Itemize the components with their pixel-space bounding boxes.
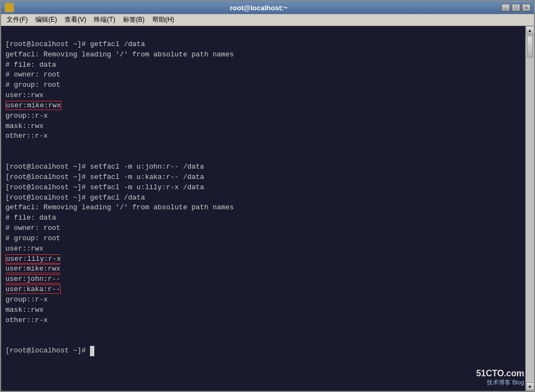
terminal-area: [root@localhost ~]# getfacl /data getfac… (1, 26, 534, 391)
line-21: user::rwx (5, 245, 43, 253)
titlebar: root@localhost:~ _ □ ✕ (1, 1, 534, 14)
scroll-thumb[interactable] (527, 36, 533, 57)
menu-tabs[interactable]: 标签(B) (120, 14, 148, 25)
line-11 (5, 142, 10, 150)
line-19: # owner: root (5, 224, 60, 232)
line-3: # file: data (5, 61, 56, 69)
line-28-prompt: [root@localhost ~]# (5, 346, 94, 355)
titlebar-buttons: _ □ ✕ (501, 4, 531, 11)
line-2: getfacl: Removing leading '/' from absol… (5, 50, 234, 59)
menu-terminal[interactable]: 终端(T) (91, 14, 118, 25)
line-18: # file: data (5, 214, 56, 222)
scroll-up-button[interactable]: ▲ (526, 26, 534, 35)
line-6: user::rwx (5, 91, 43, 99)
cursor (90, 346, 94, 356)
line-26 (5, 326, 10, 334)
line-17: getfacl: Removing leading '/' from absol… (5, 203, 234, 211)
line-24: mask::rwx (5, 306, 43, 314)
highlight-block-1: user:mike:rwx (5, 101, 61, 110)
menu-file[interactable]: 文件(F) (3, 14, 31, 25)
line-20: # group: root (5, 234, 60, 242)
line-9: mask::rwx (5, 122, 43, 130)
menu-view[interactable]: 查看(V) (61, 14, 89, 25)
line-22-highlight: user:lily:r-x user:mike:rwx user:john:r-… (5, 254, 61, 294)
line-25: other::r-x (5, 316, 48, 324)
maximize-button[interactable]: □ (512, 4, 520, 11)
line-14: [root@localhost ~]# setfacl -m u:kaka:r-… (5, 173, 204, 181)
scroll-track[interactable] (526, 35, 534, 382)
minimize-button[interactable]: _ (501, 4, 510, 11)
scroll-down-button[interactable]: ▼ (526, 382, 534, 391)
line-7-highlight: user:mike:rwx (5, 101, 61, 110)
titlebar-icon (4, 3, 14, 12)
terminal-content[interactable]: [root@localhost ~]# getfacl /data getfac… (1, 26, 525, 391)
close-button[interactable]: ✕ (522, 4, 531, 11)
line-13: [root@localhost ~]# setfacl -m u:john:r-… (5, 163, 204, 171)
scrollbar[interactable]: ▲ ▼ (525, 26, 534, 391)
menu-help[interactable]: 帮助(H) (149, 14, 178, 25)
terminal-window: root@localhost:~ _ □ ✕ 文件(F) 编辑(E) 查看(V)… (0, 0, 535, 392)
menu-edit[interactable]: 编辑(E) (32, 14, 60, 25)
line-16: [root@localhost ~]# getfacl /data (5, 194, 145, 202)
titlebar-title: root@localhost:~ (16, 4, 501, 12)
line-15: [root@localhost ~]# setfacl -m u:lily:r-… (5, 183, 204, 191)
line-1: [root@localhost ~]# getfacl /data (5, 40, 145, 48)
line-10: other::r-x (5, 132, 48, 140)
line-4: # owner: root (5, 70, 60, 79)
highlight-block-2: user:lily:r-x user:mike:rwx user:john:r-… (5, 254, 61, 294)
line-23: group::r-x (5, 295, 48, 304)
line-5: # group: root (5, 81, 60, 89)
line-8: group::r-x (5, 112, 48, 120)
line-12 (5, 152, 10, 160)
menubar: 文件(F) 编辑(E) 查看(V) 终端(T) 标签(B) 帮助(H) (1, 14, 534, 26)
line-27 (5, 336, 10, 344)
